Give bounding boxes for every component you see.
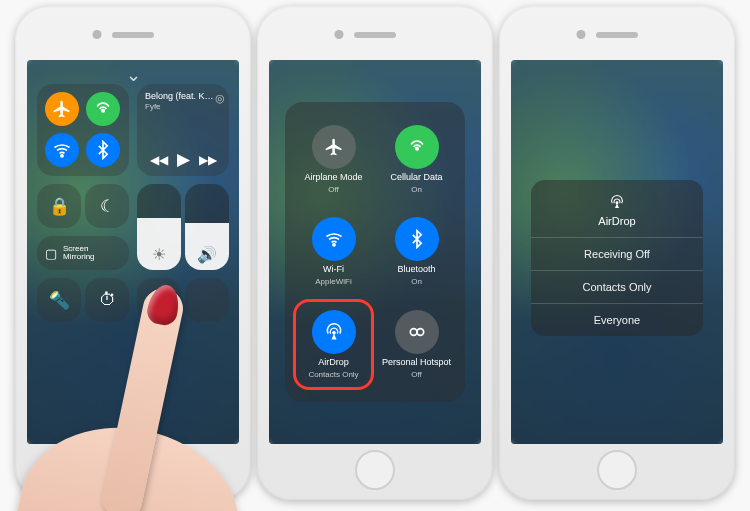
lock-rotation-icon: 🔒	[49, 196, 70, 217]
hotspot-label: Personal Hotspot	[382, 357, 451, 367]
bluetooth-label: Bluetooth	[397, 264, 435, 274]
antenna-icon	[93, 99, 113, 119]
screen-mirroring-button[interactable]: ▢ Screen Mirroring	[37, 236, 129, 270]
svg-point-0	[102, 109, 105, 112]
wifi-item[interactable]: Wi-FiAppleWiFi	[295, 209, 372, 296]
timer-icon: ⏱	[99, 290, 116, 310]
sun-icon: ☀	[152, 245, 166, 264]
phone-control-center: ⌄ Belong (feat. Ki… Fyfe ◎	[15, 6, 251, 500]
bluetooth-icon	[407, 229, 427, 249]
airdrop-sheet: AirDrop Receiving OffContacts OnlyEveryo…	[531, 180, 703, 336]
screen-mirroring-label: Screen Mirroring	[63, 245, 95, 262]
airdrop-item[interactable]: AirDropContacts Only	[295, 301, 372, 388]
cellular-toggle[interactable]	[395, 125, 439, 169]
volume-slider[interactable]: 🔊	[185, 184, 229, 270]
svg-point-3	[332, 244, 334, 246]
hotspot-icon	[407, 322, 427, 342]
svg-point-2	[415, 147, 418, 150]
bluetooth-status: On	[411, 277, 422, 286]
cellular-item[interactable]: Cellular DataOn	[378, 116, 455, 203]
cellular-status: On	[411, 185, 422, 194]
highlight-outline	[293, 299, 374, 390]
airdrop-option-contacts-only[interactable]: Contacts Only	[531, 270, 703, 303]
airplay-icon[interactable]: ◎	[215, 92, 225, 105]
flashlight-icon: 🔦	[49, 290, 70, 311]
media-title: Belong (feat. Ki…	[145, 92, 215, 102]
wifi-icon	[52, 140, 72, 160]
media-card[interactable]: Belong (feat. Ki… Fyfe ◎ ◀◀ ▶ ▶▶	[137, 84, 229, 176]
airplane-icon	[52, 99, 72, 119]
play-button[interactable]: ▶	[177, 149, 190, 170]
forward-button[interactable]: ▶▶	[199, 153, 217, 167]
bluetooth-toggle[interactable]	[395, 217, 439, 261]
do-not-disturb-toggle[interactable]: ☾	[85, 184, 129, 228]
svg-point-7	[616, 202, 618, 204]
wifi-status: AppleWiFi	[315, 277, 351, 286]
connectivity-card[interactable]	[37, 84, 129, 176]
airdrop-option-receiving-off[interactable]: Receiving Off	[531, 237, 703, 270]
moon-icon: ☾	[100, 196, 115, 217]
cellular-label: Cellular Data	[390, 172, 442, 182]
svg-point-6	[417, 329, 424, 336]
brightness-slider[interactable]: ☀	[137, 184, 181, 270]
wifi-icon	[324, 229, 344, 249]
cellular-icon	[407, 137, 427, 157]
airplane-label: Airplane Mode	[304, 172, 362, 182]
home-button[interactable]	[355, 450, 395, 490]
hotspot-status: Off	[411, 370, 422, 379]
bluetooth-item[interactable]: BluetoothOn	[378, 209, 455, 296]
bluetooth-icon	[93, 140, 113, 160]
airdrop-option-everyone[interactable]: Everyone	[531, 303, 703, 336]
bluetooth-toggle[interactable]	[86, 133, 120, 167]
home-button[interactable]	[597, 450, 637, 490]
airplane-status: Off	[328, 185, 339, 194]
chevron-down-icon[interactable]: ⌄	[126, 64, 141, 86]
airplane-toggle[interactable]	[312, 125, 356, 169]
hotspot-toggle[interactable]	[395, 310, 439, 354]
phone-connectivity-expanded: Airplane ModeOffCellular DataOnWi-FiAppl…	[257, 6, 493, 500]
svg-point-1	[61, 155, 63, 157]
wifi-toggle[interactable]	[312, 217, 356, 261]
cellular-data-toggle[interactable]	[86, 92, 120, 126]
timer-button[interactable]: ⏱	[85, 278, 129, 322]
orientation-lock-toggle[interactable]: 🔒	[37, 184, 81, 228]
airdrop-sheet-title: AirDrop	[598, 215, 635, 227]
wifi-toggle[interactable]	[45, 133, 79, 167]
phone-airdrop-sheet: AirDrop Receiving OffContacts OnlyEveryo…	[499, 6, 735, 500]
flashlight-button[interactable]: 🔦	[37, 278, 81, 322]
airplane-mode-toggle[interactable]	[45, 92, 79, 126]
hotspot-item[interactable]: Personal HotspotOff	[378, 301, 455, 388]
rewind-button[interactable]: ◀◀	[150, 153, 168, 167]
speaker-icon: 🔊	[197, 245, 217, 264]
svg-point-5	[410, 329, 417, 336]
home-button[interactable]	[113, 450, 153, 490]
screen-mirroring-icon: ▢	[45, 246, 57, 261]
airdrop-icon	[607, 192, 627, 212]
connectivity-expanded-panel: Airplane ModeOffCellular DataOnWi-FiAppl…	[285, 102, 465, 402]
airplane-icon	[324, 137, 344, 157]
media-artist: Fyfe	[145, 102, 215, 111]
wifi-label: Wi-Fi	[323, 264, 344, 274]
airplane-item[interactable]: Airplane ModeOff	[295, 116, 372, 203]
